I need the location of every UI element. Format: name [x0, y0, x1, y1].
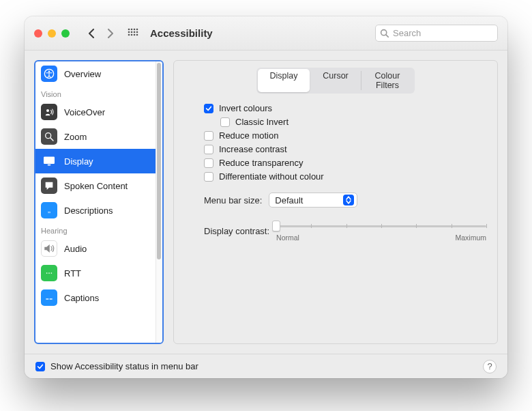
option-label-increase-contrast: Increase contrast	[219, 144, 287, 154]
sidebar-item-display[interactable]: Display	[35, 149, 156, 173]
checkbox-increase-contrast[interactable]	[204, 145, 213, 154]
forward-button[interactable]	[102, 26, 119, 41]
svg-point-17	[46, 133, 51, 139]
minimize-window-button[interactable]	[48, 29, 56, 38]
menu-bar-size-label: Menu bar size:	[204, 195, 262, 206]
menu-bar-size-select[interactable]: Default	[269, 193, 357, 208]
svg-point-15	[48, 70, 50, 72]
search-icon	[380, 29, 389, 38]
body: OverviewVisionVoiceOverZoomDisplaySpoken…	[25, 51, 507, 354]
sidebar-wrap: OverviewVisionVoiceOverZoomDisplaySpoken…	[34, 60, 164, 344]
svg-point-6	[134, 31, 136, 33]
sidebar-item-label: Descriptions	[64, 206, 113, 216]
footer: Show Accessibility status in menu bar ?	[25, 354, 507, 378]
svg-point-8	[128, 33, 130, 36]
back-button[interactable]	[83, 26, 100, 41]
titlebar: Accessibility	[25, 16, 507, 51]
checkbox-invert-colours[interactable]	[204, 104, 213, 113]
sidebar-item-audio[interactable]: Audio	[35, 236, 156, 261]
svg-point-24	[46, 272, 48, 274]
checkbox-reduce-transparency[interactable]	[204, 158, 213, 168]
svg-rect-29	[50, 298, 53, 299]
captions-icon	[41, 289, 57, 306]
svg-point-25	[48, 272, 50, 274]
svg-point-0	[128, 28, 130, 30]
svg-point-9	[131, 33, 133, 36]
sidebar-scroll-thumb[interactable]	[157, 63, 161, 259]
checkbox-classic-invert[interactable]	[220, 117, 230, 127]
option-label-differentiate-without-colour: Differentiate without colour	[219, 171, 324, 182]
option-label-reduce-transparency: Reduce transparency	[219, 158, 304, 168]
sidebar-item-label: VoiceOver	[64, 107, 105, 117]
display-contrast-thumb[interactable]	[272, 221, 280, 231]
svg-point-11	[136, 33, 138, 36]
svg-point-26	[50, 272, 52, 274]
svg-point-2	[134, 28, 136, 30]
tab-colour-filters[interactable]: Colour Filters	[361, 69, 413, 92]
sidebar-item-overview[interactable]: Overview	[35, 61, 156, 86]
sidebar-item-label: Zoom	[64, 132, 87, 142]
option-label-classic-invert: Classic Invert	[235, 117, 289, 127]
svg-point-10	[134, 33, 136, 36]
tab-cursor[interactable]: Cursor	[310, 69, 361, 92]
svg-point-4	[128, 31, 130, 33]
speech-bubble-icon	[41, 178, 57, 194]
checkbox-differentiate-without-colour[interactable]	[204, 172, 213, 182]
checkbox-reduce-motion[interactable]	[204, 131, 213, 141]
voiceover-icon	[41, 104, 57, 120]
zoom-icon	[41, 128, 57, 145]
svg-point-16	[46, 109, 49, 112]
search-field[interactable]	[375, 25, 498, 42]
sidebar-scrollbar[interactable]	[156, 61, 162, 343]
search-input[interactable]	[391, 27, 493, 39]
close-window-button[interactable]	[34, 29, 42, 38]
display-contrast-slider[interactable]	[276, 220, 486, 232]
sidebar-item-label: RTT	[64, 268, 81, 279]
sidebar-item-rtt[interactable]: RTT	[35, 261, 156, 285]
sidebar-item-captions[interactable]: Captions	[35, 285, 156, 310]
window-title: Accessibility	[150, 27, 213, 39]
sidebar-item-zoom[interactable]: Zoom	[35, 124, 156, 149]
show-status-checkbox[interactable]	[35, 362, 45, 371]
display-contrast-row: Display contrast: Normal Maximum	[204, 220, 486, 242]
system-preferences-window: Accessibility OverviewVisionVoiceOverZoo…	[25, 16, 507, 378]
svg-text:,,: ,,	[48, 208, 50, 214]
show-all-button[interactable]	[125, 26, 141, 41]
option-row-invert-colours: Invert colours	[204, 103, 486, 113]
svg-rect-19	[44, 157, 55, 164]
display-contrast-max-label: Maximum	[455, 233, 486, 242]
sidebar-item-label: Audio	[64, 244, 87, 254]
option-row-differentiate-without-colour: Differentiate without colour	[204, 171, 486, 182]
sidebar-item-voiceover[interactable]: VoiceOver	[35, 100, 156, 124]
show-status-label: Show Accessibility status in menu bar	[50, 361, 198, 371]
option-label-reduce-motion: Reduce motion	[219, 130, 278, 141]
display-contrast-min-label: Normal	[276, 233, 299, 242]
nav-buttons	[83, 26, 119, 41]
sidebar-item-descriptions[interactable]: ,,Descriptions	[35, 198, 156, 223]
option-label-invert-colours: Invert colours	[219, 103, 272, 113]
sidebar-item-spoken-content[interactable]: Spoken Content	[35, 173, 156, 198]
settings-panel: DisplayCursorColour Filters Invert colou…	[173, 60, 498, 344]
sidebar-item-label: Captions	[64, 293, 99, 303]
sidebar-item-label: Display	[64, 156, 93, 167]
show-status-row: Show Accessibility status in menu bar	[35, 361, 198, 371]
svg-point-5	[131, 31, 133, 33]
accessibility-icon	[41, 66, 57, 82]
svg-point-3	[136, 28, 138, 30]
display-options: Invert coloursClassic InvertReduce motio…	[204, 103, 486, 182]
rtt-icon	[41, 265, 57, 281]
sidebar-item-label: Overview	[64, 69, 101, 79]
option-row-classic-invert: Classic Invert	[220, 117, 486, 127]
svg-rect-28	[46, 298, 48, 299]
sidebar-section-hearing: Hearing	[35, 223, 156, 236]
window-traffic-lights	[34, 29, 70, 38]
help-button[interactable]: ?	[483, 360, 497, 373]
option-row-reduce-motion: Reduce motion	[204, 130, 486, 141]
svg-rect-27	[44, 294, 53, 300]
menu-bar-size-value: Default	[275, 195, 303, 206]
svg-line-18	[50, 138, 53, 141]
option-row-increase-contrast: Increase contrast	[204, 144, 486, 154]
speaker-icon	[41, 240, 57, 257]
tab-display[interactable]: Display	[258, 69, 310, 92]
zoom-window-button[interactable]	[61, 29, 70, 38]
